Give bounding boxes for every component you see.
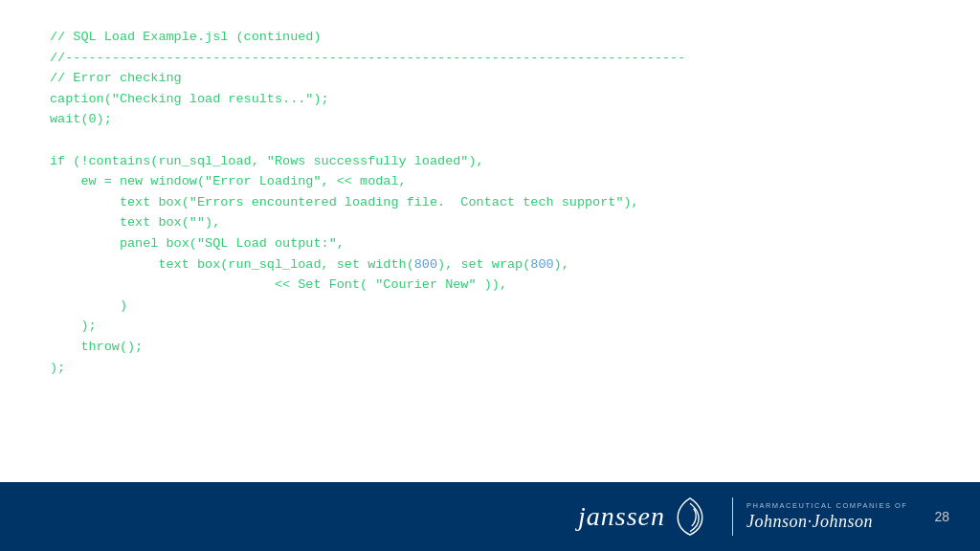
code-line: caption("Checking load results..."); [50,89,930,110]
code-line: ); [50,316,930,337]
code-line: if (!contains(run_sql_load, "Rows succes… [50,151,930,172]
page-number: 28 [934,509,949,524]
code-line: // SQL Load Example.jsl (continued) [50,27,930,48]
pharmaceutical-label: PHARMACEUTICAL COMPANIES OF [746,501,907,510]
janssen-symbol-icon [673,496,707,537]
code-line: ew = new window("Error Loading", << moda… [50,171,930,192]
code-line [50,130,930,151]
code-line: << Set Font( "Courier New" )), [50,275,930,296]
code-line: throw(); [50,337,930,358]
jnj-logo: Johnson·Johnson [746,512,873,532]
code-block: // SQL Load Example.jsl (continued)//---… [50,27,930,378]
footer: janssen PHARMACEUTICAL COMPANIES OF John… [0,482,980,551]
code-line: ); [50,358,930,379]
code-line: text box("Errors encountered loading fil… [50,192,930,213]
code-line: // Error checking [50,68,930,89]
code-line: ) [50,296,930,317]
code-line: panel box("SQL Load output:", [50,233,930,254]
code-line: text box(""), [50,212,930,233]
code-line: wait(0); [50,109,930,130]
slide-content: // SQL Load Example.jsl (continued)//---… [0,0,980,482]
janssen-logo: janssen [578,501,665,532]
footer-divider [732,497,733,536]
jnj-section: PHARMACEUTICAL COMPANIES OF Johnson·John… [746,501,907,532]
code-line: text box(run_sql_load, set width(800), s… [50,254,930,276]
code-line: //--------------------------------------… [50,48,930,69]
brand-area: janssen PHARMACEUTICAL COMPANIES OF John… [578,496,907,537]
